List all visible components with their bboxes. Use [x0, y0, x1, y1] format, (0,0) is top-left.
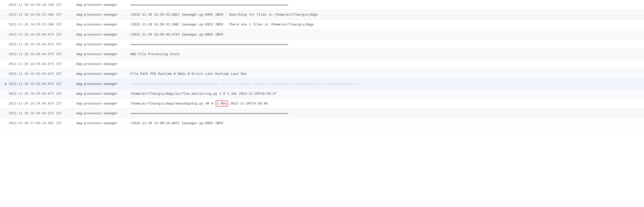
- log-message: ----------------------------------------…: [127, 79, 644, 89]
- log-message: [127, 59, 644, 69]
- log-row[interactable]: 2022-11-20 16:59:44.675 ISTdag-processor…: [0, 89, 644, 98]
- log-message: ========================================…: [127, 39, 644, 49]
- log-timestamp: 2022-11-20 17:00:14.863 IST: [0, 118, 73, 128]
- log-source: dag-processor-manager: [73, 59, 127, 69]
- log-source: dag-processor-manager: [73, 79, 127, 89]
- timestamp-text: 2022-11-20 16:59:44.675 IST: [9, 62, 62, 66]
- timestamp-text: 2022-11-20 16:59:44.675 IST: [9, 32, 62, 36]
- highlight-annotation: 2.89s: [216, 100, 228, 107]
- log-row[interactable]: 2022-11-20 16:59:14.158 ISTdag-processor…: [0, 0, 644, 10]
- log-timestamp: 2022-11-20 16:59:44.675 IST: [0, 79, 73, 89]
- log-timestamp: 2022-11-20 16:59:33.586 IST: [0, 10, 73, 20]
- log-message: [2022-11-20 14:59:44,674] {manager.py:80…: [127, 29, 644, 39]
- log-message-text: /home/airflow/gcs/dags/manydagsbig.py 40…: [130, 101, 215, 105]
- log-source: dag-processor-manager: [73, 109, 127, 118]
- log-timestamp: 2022-11-20 16:59:14.158 IST: [0, 0, 73, 10]
- log-source: dag-processor-manager: [73, 89, 127, 98]
- log-message: [2022-11-20 14:59:33,588] {manager.py:69…: [127, 20, 644, 29]
- timestamp-text: 2022-11-20 16:59:33.588 IST: [9, 22, 62, 26]
- timestamp-text: 2022-11-20 16:59:44.675 IST: [9, 92, 62, 95]
- log-timestamp: 2022-11-20 16:59:44.675 IST: [0, 109, 73, 118]
- log-source: dag-processor-manager: [73, 49, 127, 59]
- timestamp-text: 2022-11-20 16:59:44.675 IST: [9, 82, 62, 86]
- log-row[interactable]: 2022-11-20 16:59:44.675 ISTdag-processor…: [0, 49, 644, 59]
- timestamp-text: 2022-11-20 16:59:44.675 IST: [9, 101, 62, 105]
- log-row[interactable]: 2022-11-20 16:59:33.588 ISTdag-processor…: [0, 20, 644, 29]
- log-timestamp: 2022-11-20 16:59:44.675 IST: [0, 29, 73, 39]
- log-row[interactable]: 2022-11-20 16:59:44.675 ISTdag-processor…: [0, 39, 644, 49]
- log-timestamp: 2022-11-20 16:59:44.675 IST: [0, 39, 73, 49]
- expand-icon[interactable]: [5, 83, 7, 85]
- log-message: ========================================…: [127, 0, 644, 10]
- timestamp-text: 2022-11-20 16:59:33.586 IST: [9, 13, 62, 16]
- log-source: dag-processor-manager: [73, 20, 127, 29]
- log-timestamp: 2022-11-20 16:59:44.675 IST: [0, 98, 73, 108]
- log-source: dag-processor-manager: [73, 29, 127, 39]
- timestamp-text: 2022-11-20 16:59:44.675 IST: [9, 72, 62, 76]
- log-source: dag-processor-manager: [73, 69, 127, 79]
- log-message: /home/airflow/gcs/dags/manydagsbig.py 40…: [127, 98, 644, 108]
- log-row[interactable]: 2022-11-20 16:59:44.675 ISTdag-processor…: [0, 79, 644, 89]
- log-message: File Path PID Runtime # DAGs # Errors La…: [127, 69, 644, 79]
- log-message: DAG File Processing Stats: [127, 49, 644, 59]
- log-message: /home/airflow/gcs/dags/airflow_monitorin…: [127, 89, 644, 98]
- timestamp-text: 2022-11-20 17:00:14.863 IST: [9, 121, 62, 125]
- log-row[interactable]: 2022-11-20 16:59:44.675 ISTdag-processor…: [0, 98, 644, 108]
- timestamp-text: 2022-11-20 16:59:14.158 IST: [9, 3, 62, 7]
- log-message: [2022-11-20 14:59:33,585] {manager.py:69…: [127, 10, 644, 20]
- timestamp-text: 2022-11-20 16:59:44.675 IST: [9, 111, 62, 115]
- log-row[interactable]: 2022-11-20 16:59:44.675 ISTdag-processor…: [0, 29, 644, 39]
- timestamp-text: 2022-11-20 16:59:44.675 IST: [9, 52, 62, 56]
- log-timestamp: 2022-11-20 16:59:44.675 IST: [0, 59, 73, 69]
- log-row[interactable]: 2022-11-20 16:59:44.675 ISTdag-processor…: [0, 109, 644, 118]
- log-timestamp: 2022-11-20 16:59:33.588 IST: [0, 20, 73, 29]
- log-message-text: 2022-11-20T14:58:40: [228, 101, 268, 105]
- log-row[interactable]: 2022-11-20 16:59:33.586 ISTdag-processor…: [0, 10, 644, 20]
- timestamp-text: 2022-11-20 16:59:44.675 IST: [9, 42, 62, 46]
- log-timestamp: 2022-11-20 16:59:44.675 IST: [0, 69, 73, 79]
- log-row[interactable]: 2022-11-20 16:59:44.675 ISTdag-processor…: [0, 69, 644, 79]
- log-source: dag-processor-manager: [73, 98, 127, 108]
- log-message: [2022-11-20 15:00:14,863] {manager.py:80…: [127, 118, 644, 128]
- log-source: dag-processor-manager: [73, 0, 127, 10]
- log-message: ========================================…: [127, 109, 644, 118]
- log-row[interactable]: 2022-11-20 17:00:14.863 ISTdag-processor…: [0, 118, 644, 128]
- log-source: dag-processor-manager: [73, 10, 127, 20]
- log-table: 2022-11-20 16:59:14.158 ISTdag-processor…: [0, 0, 644, 128]
- log-row[interactable]: 2022-11-20 16:59:44.675 ISTdag-processor…: [0, 59, 644, 69]
- log-timestamp: 2022-11-20 16:59:44.675 IST: [0, 49, 73, 59]
- log-source: dag-processor-manager: [73, 39, 127, 49]
- log-timestamp: 2022-11-20 16:59:44.675 IST: [0, 89, 73, 98]
- log-source: dag-processor-manager: [73, 118, 127, 128]
